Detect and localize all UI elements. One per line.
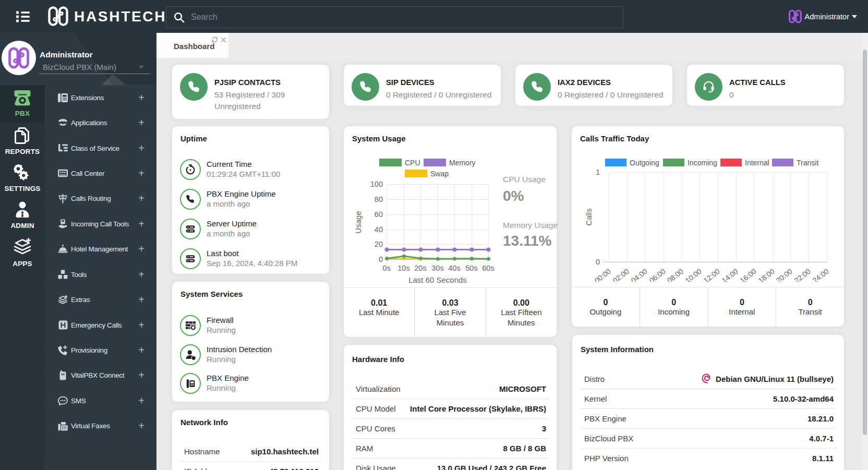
svg-text:00:00: 00:00 — [593, 267, 612, 282]
svg-text:10s: 10s — [397, 264, 409, 272]
svg-text:20:00: 20:00 — [774, 267, 794, 282]
svg-text:0: 0 — [596, 258, 600, 266]
svg-text:Incoming: Incoming — [688, 159, 717, 167]
svg-text:20s: 20s — [414, 264, 426, 272]
svg-text:Swap: Swap — [430, 170, 449, 178]
svg-text:30s: 30s — [431, 264, 443, 272]
svg-text:14:00: 14:00 — [720, 267, 740, 282]
svg-text:18:00: 18:00 — [756, 267, 776, 282]
svg-text:Memory: Memory — [449, 159, 476, 167]
svg-text:50s: 50s — [465, 264, 477, 272]
svg-text:22:00: 22:00 — [792, 267, 812, 282]
svg-text:02:00: 02:00 — [611, 267, 631, 282]
svg-text:1: 1 — [596, 168, 600, 176]
svg-text:60s: 60s — [482, 264, 494, 272]
svg-text:Usage: Usage — [354, 211, 363, 233]
svg-text:0: 0 — [379, 255, 383, 263]
svg-text:12:00: 12:00 — [702, 267, 721, 282]
svg-text:16:00: 16:00 — [738, 267, 758, 282]
svg-text:10:00: 10:00 — [683, 267, 703, 282]
svg-text:Transit: Transit — [797, 159, 818, 167]
svg-text:100: 100 — [370, 180, 383, 188]
svg-text:0s: 0s — [382, 264, 390, 272]
svg-text:06:00: 06:00 — [647, 267, 667, 282]
svg-text:60: 60 — [375, 210, 383, 219]
svg-text:04:00: 04:00 — [629, 267, 649, 282]
svg-text:40s: 40s — [448, 264, 460, 272]
svg-text:20: 20 — [375, 240, 383, 248]
svg-text:40: 40 — [375, 225, 383, 234]
svg-text:Last 60 Seconds: Last 60 Seconds — [408, 275, 467, 284]
svg-text:Internal: Internal — [745, 159, 769, 167]
svg-text:24:00: 24:00 — [811, 267, 830, 282]
svg-text:Calls: Calls — [584, 208, 593, 225]
svg-text:80: 80 — [375, 195, 383, 203]
svg-text:08:00: 08:00 — [665, 267, 685, 282]
svg-text:Outgoing: Outgoing — [630, 159, 659, 167]
svg-text:CPU: CPU — [405, 159, 420, 167]
